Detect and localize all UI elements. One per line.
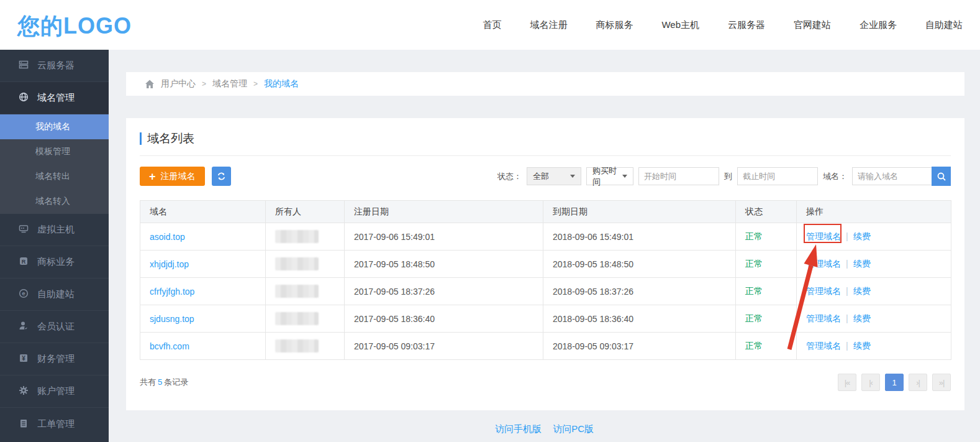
pagination-prev-button[interactable]: |‹ (861, 374, 880, 391)
manage-domain-link[interactable]: 管理域名 (806, 341, 841, 351)
status-select[interactable]: 全部 (527, 167, 581, 185)
sidebar-item-domain-management[interactable]: 域名管理 (0, 82, 109, 114)
server-icon (19, 60, 29, 71)
renew-link[interactable]: 续费 (853, 231, 871, 241)
sidebar-item-label: 域名管理 (37, 92, 75, 104)
sidebar-item-member-verification[interactable]: 会员认证 (0, 311, 109, 343)
filter-bar: 状态： 全部 购买时间 到 域名： (497, 167, 951, 186)
table-row: sjdusng.top 2017-09-05 18:36:40 2018-09-… (140, 305, 951, 333)
sidebar-item-self-service-site[interactable]: e 自助建站 (0, 279, 109, 311)
mobile-version-link[interactable]: 访问手机版 (495, 423, 542, 434)
status-badge: 正常 (745, 231, 763, 241)
sidebar-subitem-domain-transfer-out[interactable]: 域名转出 (0, 164, 109, 189)
manage-domain-link[interactable]: 管理域名 (806, 259, 841, 269)
sidebar-item-cloud-server[interactable]: 云服务器 (0, 50, 109, 82)
record-count-value: 5 (158, 377, 162, 387)
plus-icon: + (149, 171, 156, 182)
domain-link[interactable]: sjdusng.top (150, 314, 194, 324)
expire-date: 2018-09-05 09:03:17 (543, 333, 736, 360)
table-row: cfrfyjfgh.top 2017-09-05 18:37:26 2018-0… (140, 278, 951, 305)
site-builder-icon: e (19, 288, 29, 300)
pc-version-link[interactable]: 访问PC版 (553, 423, 594, 434)
register-domain-button[interactable]: + 注册域名 (140, 167, 205, 186)
domain-search-input[interactable] (852, 167, 932, 185)
status-filter-label: 状态： (497, 171, 522, 182)
domain-link[interactable]: asoid.top (150, 232, 185, 242)
domain-list-panel: 域名列表 + 注册域名 状态： 全部 购买时间 (126, 118, 964, 410)
time-type-select[interactable]: 购买时间 (586, 167, 633, 185)
pagination-page-1-button[interactable]: 1 (885, 374, 904, 391)
renew-link[interactable]: 续费 (853, 313, 871, 323)
nav-trademark-service[interactable]: 商标服务 (596, 19, 633, 31)
sidebar-item-work-order-management[interactable]: 工单管理 (0, 408, 109, 440)
globe-icon (19, 92, 29, 104)
end-time-input[interactable] (737, 167, 818, 185)
domain-link[interactable]: xhjdjdj.top (150, 259, 189, 269)
column-header-expire-date: 到期日期 (543, 201, 736, 223)
domain-table: 域名 所有人 注册日期 到期日期 状态 操作 asoid.top 2017-09… (140, 200, 951, 360)
status-badge: 正常 (745, 313, 763, 323)
renew-link[interactable]: 续费 (853, 259, 871, 269)
chevron-down-icon (570, 175, 575, 178)
manage-domain-link[interactable]: 管理域名 (806, 231, 841, 241)
sidebar-item-label: 云服务器 (37, 60, 75, 71)
pagination-next-button[interactable]: ›| (909, 374, 927, 391)
sidebar-item-trademark-business[interactable]: R 商标业务 (0, 246, 109, 279)
manage-domain-link[interactable]: 管理域名 (806, 286, 841, 296)
sidebar-item-label: 自助建站 (37, 288, 75, 300)
nav-website-building[interactable]: 官网建站 (794, 19, 831, 31)
start-time-input[interactable] (638, 167, 719, 185)
owner-redacted (275, 285, 319, 298)
record-count: 共有5条记录 (140, 377, 188, 388)
table-footer: 共有5条记录 |« |‹ 1 ›| »| (140, 374, 951, 391)
svg-text:e: e (22, 290, 25, 297)
ticket-icon (19, 418, 29, 430)
sidebar-subitem-my-domains[interactable]: 我的域名 (0, 114, 109, 139)
nav-web-hosting[interactable]: Web主机 (661, 19, 699, 31)
sidebar-item-label: 工单管理 (37, 418, 75, 430)
table-header-row: 域名 所有人 注册日期 到期日期 状态 操作 (140, 201, 951, 223)
search-button[interactable] (932, 167, 951, 186)
manage-domain-link[interactable]: 管理域名 (806, 313, 841, 323)
chevron-down-icon (622, 175, 627, 178)
column-header-actions: 操作 (797, 201, 951, 223)
breadcrumb-my-domains[interactable]: 我的域名 (264, 78, 299, 90)
breadcrumb-separator: > (253, 80, 258, 88)
member-check-icon (19, 321, 29, 333)
sidebar-item-label: 财务管理 (37, 353, 75, 365)
renew-link[interactable]: 续费 (853, 286, 871, 296)
site-logo: 您的LOGO (17, 11, 132, 42)
nav-home[interactable]: 首页 (483, 19, 501, 31)
sidebar-item-label: 商标业务 (37, 256, 75, 268)
sidebar-item-label: 账户管理 (37, 385, 75, 397)
register-date: 2017-09-05 09:03:17 (345, 333, 543, 360)
breadcrumb-separator: > (202, 80, 206, 88)
pagination-last-button[interactable]: »| (932, 374, 951, 391)
nav-enterprise-service[interactable]: 企业服务 (860, 19, 897, 31)
sidebar-subitem-template-management[interactable]: 模板管理 (0, 139, 109, 164)
nav-cloud-server[interactable]: 云服务器 (728, 19, 765, 31)
nav-domain-register[interactable]: 域名注册 (530, 19, 567, 31)
refresh-button[interactable] (212, 167, 231, 186)
expire-date: 2018-09-06 15:49:01 (543, 223, 736, 251)
action-separator: | (846, 313, 848, 323)
svg-text:¥: ¥ (22, 355, 25, 362)
domain-link[interactable]: cfrfyjfgh.top (150, 287, 194, 297)
sidebar-item-virtual-hosting[interactable]: 虚拟主机 (0, 214, 109, 246)
page-footer: 访问手机版 访问PC版 (109, 423, 980, 435)
gear-icon (19, 385, 29, 397)
sidebar-item-finance-management[interactable]: ¥ 财务管理 (0, 343, 109, 375)
owner-redacted (275, 230, 319, 243)
nav-self-service-site[interactable]: 自助建站 (925, 19, 963, 31)
record-count-suffix: 条记录 (164, 377, 188, 387)
sidebar-item-label: 会员认证 (37, 321, 75, 333)
time-type-select-value: 购买时间 (592, 165, 622, 188)
pagination-first-button[interactable]: |« (838, 374, 856, 391)
breadcrumb-user-center[interactable]: 用户中心 (161, 78, 196, 90)
sidebar-item-account-management[interactable]: 账户管理 (0, 375, 109, 408)
sidebar-subitem-domain-transfer-in[interactable]: 域名转入 (0, 189, 109, 214)
column-header-owner: 所有人 (266, 201, 345, 223)
domain-link[interactable]: bcvfh.com (150, 341, 189, 351)
breadcrumb-domain-management[interactable]: 域名管理 (212, 78, 247, 90)
renew-link[interactable]: 续费 (853, 341, 871, 351)
